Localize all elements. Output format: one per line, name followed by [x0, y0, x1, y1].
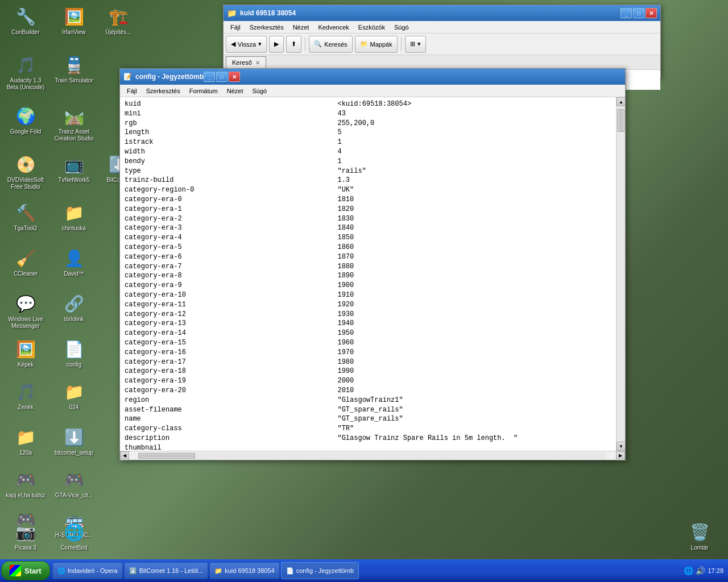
file-explorer-toolbar: ◀ Vissza ▾ ▶ ⬆ 🔍 Keresés 📁 Mappák ⊞	[224, 34, 660, 55]
search-tab-close[interactable]: ✕	[255, 60, 260, 66]
file-explorer-titlebar[interactable]: 📁 kuid 69518 38054 _ □ ✕	[224, 5, 660, 21]
desktop-icon-chintuska[interactable]: 📁 chintuska	[51, 199, 97, 234]
lomtar-icon: 🗑️	[688, 521, 711, 543]
file-explorer-maximize[interactable]: □	[633, 8, 644, 18]
desktop-icon-tvnetworks[interactable]: 📺 TvNetWork5	[51, 151, 97, 186]
fe-menu-szerk[interactable]: Szerkesztés	[245, 23, 288, 32]
desktop-icon-irfanview[interactable]: 🖼️ IrfanView	[51, 3, 97, 38]
lomtar-label: Lomtár	[690, 544, 708, 551]
desktop-icon-tgatool2[interactable]: 🔨 TgaTool2	[3, 199, 48, 234]
search-tab-label: Kereső	[232, 59, 252, 66]
taskbar-item-bitcomet[interactable]: ⬇️ BitComet 1.16 - Letöl...	[124, 562, 209, 579]
scrollbar-left-btn[interactable]: ◀	[120, 451, 129, 460]
desktop-icon-winlive[interactable]: 💬 Windows Live Messenger	[3, 290, 48, 332]
desktop-icon-grid: 🔧 ConBuilder 🖼️ IrfanView 🏗️ Újépítés...…	[0, 0, 114, 523]
scrollbar-down-btn[interactable]: ▼	[617, 442, 625, 451]
fe-menu-eszkoz[interactable]: Eszközök	[354, 23, 390, 32]
fe-menu-sugo[interactable]: Súgó	[390, 23, 413, 32]
fe-folders-button[interactable]: 📁 Mappák	[355, 36, 398, 53]
notepad-titlebar[interactable]: 📝 config - Jegyzettömb _ □ ✕	[120, 69, 625, 85]
file-explorer-close[interactable]: ✕	[646, 8, 657, 18]
notepad-content-area: ▲ ▼	[120, 97, 625, 451]
notepad-task-icon: 📄	[286, 567, 294, 575]
file-explorer-title: kuid 69518 38054	[240, 9, 621, 17]
torlolink-icon: 🔗	[63, 292, 85, 315]
desktop-icon-gtavice[interactable]: 🎮 GTA-Vice_cit...	[51, 466, 97, 501]
desktop-icon-torlolink[interactable]: 🔗 törlólink	[51, 290, 97, 325]
desktop-icon-picasa[interactable]: 📷 Picasa 3	[3, 518, 48, 554]
fe-up-button[interactable]: ⬆	[286, 36, 301, 53]
taskbar-item-kuid[interactable]: 📁 kuid 69518 38054	[209, 562, 279, 579]
googlefold-label: Google Föld	[10, 128, 41, 135]
notepad-minimize[interactable]: _	[204, 72, 215, 82]
fe-search-button[interactable]: 🔍 Keresés	[309, 36, 352, 53]
np-menu-format[interactable]: Formátum	[185, 86, 222, 95]
np-menu-szerk[interactable]: Szerkesztés	[142, 86, 185, 95]
desktop-icon-024[interactable]: 📁 024	[51, 378, 97, 413]
search-tab[interactable]: Kereső ✕	[226, 56, 266, 69]
fe-menu-kedv[interactable]: Kedvencek	[313, 23, 353, 32]
start-button[interactable]: Start	[1, 561, 50, 580]
notepad-controls: _ □ ✕	[204, 72, 240, 82]
conbuilder-icon: 🔧	[14, 5, 37, 28]
scrollbar-up-btn[interactable]: ▲	[617, 97, 625, 106]
taskbar-items: 🌐 Indavideó - Opera ⬇️ BitComet 1.16 - L…	[50, 562, 681, 579]
taskbar-item-notepad[interactable]: 📄 config - Jegyzettömb	[281, 562, 359, 579]
desktop-icon-conbuilder[interactable]: 🔧 ConBuilder	[3, 3, 48, 38]
notepad-close[interactable]: ✕	[229, 72, 240, 82]
back-label: Vissza	[238, 41, 256, 48]
bitcomet-setup-icon: ⬇️	[63, 426, 85, 448]
file-explorer-menubar: Fájl Szerkesztés Nézet Kedvencek Eszközö…	[224, 21, 660, 34]
audacity-label: Audacity 1.3 Beta (Unicode)	[5, 77, 46, 91]
desktop-icon-kapiha[interactable]: 🎮 kapj el,ha tudsz	[3, 466, 48, 501]
gtavice-label: GTA-Vice_cit...	[55, 492, 93, 499]
desktop-icon-googlefold[interactable]: 🌍 Google Föld	[3, 102, 48, 138]
desktop-icon-config-desktop[interactable]: 📄 config	[51, 335, 97, 371]
david-icon: 👤	[63, 247, 85, 269]
np-menu-fajl[interactable]: Fájl	[122, 86, 142, 95]
np-menu-sugo[interactable]: Súgó	[248, 86, 272, 95]
notepad-menubar: Fájl Szerkesztés Formátum Nézet Súgó	[120, 85, 625, 97]
desktop-icon-120a[interactable]: 📁 120a	[3, 423, 48, 459]
desktop-icon-bitcomet-setup[interactable]: ⬇️ bitcomet_setup	[51, 423, 97, 459]
notepad-maximize[interactable]: □	[216, 72, 228, 82]
bitcomet-icon: ⬇️	[129, 567, 137, 575]
120a-icon: 📁	[14, 426, 37, 448]
fe-view-button[interactable]: ⊞ ▾	[405, 36, 426, 53]
fe-menu-fajl[interactable]: Fájl	[226, 23, 245, 32]
view-dropdown-icon: ▾	[417, 40, 421, 48]
config-desktop-icon: 📄	[63, 338, 85, 360]
desktop-icon-david[interactable]: 👤 Dávid™	[51, 244, 97, 280]
back-arrow-icon: ◀	[231, 40, 235, 48]
h-scrollbar-track[interactable]	[138, 452, 607, 459]
trainzasset-label: Trainz Asset Creation Studio	[53, 128, 94, 142]
tray-network-icon: 🌐	[684, 566, 693, 575]
fe-back-button[interactable]: ◀ Vissza ▾	[226, 36, 267, 53]
notepad-textarea[interactable]	[120, 97, 616, 451]
ujesfesites-label: Újépítés...	[105, 29, 131, 36]
fe-menu-nezet[interactable]: Nézet	[288, 23, 314, 32]
desktop-icon-cometbird[interactable]: 🌐 CometBird	[51, 518, 97, 554]
notepad-scrollbar-vertical[interactable]: ▲ ▼	[616, 97, 625, 451]
david-label: Dávid™	[64, 271, 84, 277]
scrollbar-right-btn[interactable]: ▶	[616, 451, 625, 460]
np-menu-nezet[interactable]: Nézet	[222, 86, 248, 95]
search-icon: 🔍	[314, 40, 322, 48]
h-scrollbar-thumb[interactable]	[138, 453, 195, 459]
desktop-icon-lomtar[interactable]: 🗑️ Lomtár	[677, 518, 722, 554]
desktop-icon-dvd[interactable]: 📀 DVDVideoSoft Free Studio	[3, 151, 48, 193]
scrollbar-track[interactable]	[617, 106, 625, 442]
desktop-icon-audacity[interactable]: 🎵 Audacity 1.3 Beta (Unicode)	[3, 51, 48, 93]
desktop-icon-kepek[interactable]: 🖼️ Képek	[3, 335, 48, 371]
taskbar-item-opera[interactable]: 🌐 Indavideó - Opera	[52, 562, 123, 579]
desktop-icon-trainzasset[interactable]: 🛤️ Trainz Asset Creation Studio	[51, 102, 97, 144]
desktop-icon-ccleaner[interactable]: 🧹 CCleaner	[3, 244, 48, 280]
desktop-icon-zenek[interactable]: 🎵 Zenék	[3, 378, 48, 413]
desktop-icon-ujesfesites[interactable]: 🏗️ Újépítés...	[96, 3, 141, 38]
desktop-icon-trainsim[interactable]: 🚆 Train Simulator	[51, 51, 97, 86]
scrollbar-thumb[interactable]	[617, 109, 624, 132]
fe-forward-button[interactable]: ▶	[269, 36, 284, 53]
file-explorer-minimize[interactable]: _	[621, 8, 632, 18]
desktop: 🔧 ConBuilder 🖼️ IrfanView 🏗️ Újépítés...…	[0, 0, 728, 582]
windows-logo-icon	[10, 565, 21, 576]
